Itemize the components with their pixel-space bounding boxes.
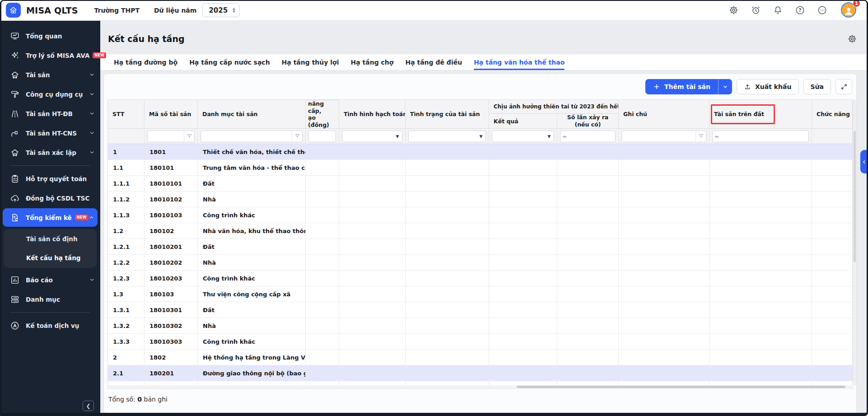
filter-so-lan-xay-ra[interactable]: = [560, 131, 616, 142]
more-options-icon[interactable] [817, 5, 827, 15]
year-spinner[interactable]: 2025 ▲▼ [202, 3, 239, 17]
sidebar-item-tro-ly-misa-ava[interactable]: Trợ lý số MISA AVANEW [0, 46, 100, 65]
filter-input-danh-muc-tai-san[interactable] [201, 131, 292, 142]
cell-danh-muc-tai-san: Trung tâm văn hóa - thể thao cấp xã [198, 160, 306, 175]
export-button[interactable]: Xuất khẩu [737, 79, 798, 94]
table-row-1.1.1[interactable]: 1.1.118010101Đất [108, 176, 852, 192]
column-header-tinh-trang-cua-tai-san[interactable]: Tình trạng của tài sản [406, 100, 489, 128]
sidebar-item-tong-quan[interactable]: Tổng quan [0, 26, 100, 46]
cell-tinh-hinh-hach-toan [339, 176, 406, 191]
tab-ha-tang-thuy-loi[interactable]: Hạ tầng thủy lợi [282, 54, 339, 70]
sidebar-subitem-tai-san-co-dinh[interactable]: Tài sản cố định [4, 229, 97, 248]
page-settings-gear-icon[interactable] [847, 34, 857, 44]
dropdown-caret-icon[interactable]: ▼ [393, 134, 402, 139]
column-header-ghi-chu[interactable]: Ghi chú [619, 100, 709, 128]
edit-button[interactable]: Sửa [803, 79, 831, 94]
table-row-1.2[interactable]: 1.2180102Nhà văn hóa, khu thể thao thôn … [108, 223, 852, 239]
cell-tinh-hinh-hach-toan [339, 350, 406, 365]
report-icon [10, 275, 20, 285]
dropdown-caret-icon[interactable]: ▼ [545, 134, 554, 139]
table-row-1.3.1[interactable]: 1.3.118010301Đất [108, 302, 852, 318]
filter-ghi-chu[interactable] [621, 131, 706, 142]
bell-icon[interactable] [773, 5, 783, 15]
table-row-2[interactable]: 21802Hệ thống hạ tầng trong Làng Văn hóa… [108, 350, 852, 365]
table-row-1.3[interactable]: 1.3180103Thư viện công cộng cấp xã [108, 286, 852, 302]
column-header-tinh-hinh-hach-toan[interactable]: Tình hình hạch toán [339, 100, 406, 128]
table-row-1.1[interactable]: 1.1180101Trung tâm văn hóa - thể thao cấ… [108, 160, 852, 176]
column-header-nang-cap-cai-tao[interactable]: nâng cấp, ạo (đồng) [306, 100, 339, 128]
user-avatar[interactable]: 1 [841, 2, 857, 19]
dropdown-caret-icon[interactable]: ▼ [476, 134, 485, 139]
column-header-chuc-nang[interactable]: Chức năng [812, 100, 853, 128]
filter-danh-muc-tai-san[interactable] [201, 131, 303, 142]
vertical-scrollbar-thumb[interactable] [854, 131, 856, 262]
sidebar-item-tai-san-ht-db[interactable]: Tài sản HT-ĐB [0, 104, 100, 123]
sidebar-item-ho-tro-quyet-toan[interactable]: Hỗ trợ quyết toán [0, 169, 100, 188]
column-header-tai-san-tren-dat[interactable]: Tài sản trên đất [709, 100, 812, 128]
table-row-1.2.3[interactable]: 1.2.318010203Công trình khác [108, 271, 852, 286]
column-header-stt[interactable]: STT [108, 100, 145, 128]
sidebar-item-cong-cu-dung-cu[interactable]: Công cụ dụng cụ [0, 84, 100, 104]
sidebar-item-danh-muc[interactable]: Danh mục [0, 290, 100, 309]
right-panel-toggle[interactable] [860, 150, 868, 173]
funnel-filter-icon[interactable] [695, 131, 706, 142]
chevron-down-icon [89, 72, 95, 78]
cell-so-lan-xay-ra [557, 207, 619, 223]
table-row-1[interactable]: 11801Thiết chế văn hóa, thiết chế thể th… [108, 144, 852, 160]
filter-tinh-trang-cua-tai-san[interactable]: ▼ [408, 131, 486, 142]
filter-tinh-hinh-hach-toan[interactable]: ▼ [342, 131, 402, 142]
tab-ha-tang-cho[interactable]: Hạ tầng chợ [351, 54, 394, 70]
sidebar-item-tai-san-xac-lap[interactable]: Tài sản xác lập [0, 143, 100, 162]
filter-tai-san-tren-dat[interactable]: = [712, 131, 809, 142]
sidebar-item-tai-san-ht-cns[interactable]: Tài sản HT-CNS [0, 123, 100, 143]
sidebar-item-tong-kiem-ke[interactable]: Tổng kiểm kêNEW [3, 208, 98, 227]
sidebar-item-bao-cao[interactable]: Báo cáo [0, 270, 100, 290]
sidebar-item-dong-bo-csdl-tsc[interactable]: Đồng bộ CSDL TSC [0, 188, 100, 208]
alarm-clock-icon[interactable] [751, 5, 761, 15]
filter-ma-so-tai-san[interactable] [147, 131, 195, 142]
year-value[interactable]: 2025 [209, 6, 228, 14]
horizontal-scrollbar[interactable] [107, 385, 853, 389]
filter-nang-cap-cai-tao[interactable] [308, 131, 336, 142]
tab-ha-tang-de-dieu[interactable]: Hạ tầng đê điều [405, 54, 462, 70]
table-row-1.3.2[interactable]: 1.3.218010302Nhà [108, 318, 852, 334]
table-row-1.1.2[interactable]: 1.1.218010102Nhà [108, 192, 852, 207]
sidebar-collapse-button[interactable]: ❮ [83, 401, 94, 411]
column-header-ma-so-tai-san[interactable]: Mã số tài sản [145, 100, 198, 128]
table-row-1.2.1[interactable]: 1.2.118010201Đất [108, 239, 852, 255]
equals-operator[interactable]: = [713, 133, 721, 140]
table-row-1.1.3[interactable]: 1.1.318010103Công trình khác [108, 207, 852, 223]
tab-ha-tang-cap-nuoc-sach[interactable]: Hạ tầng cấp nước sạch [189, 54, 270, 70]
filter-ket-qua[interactable]: ▼ [492, 131, 554, 142]
filter-input-ghi-chu[interactable] [622, 131, 695, 142]
top-bar: MISA QLTS Trường THPT Dữ liệu năm 2025 ▲… [0, 0, 868, 21]
filter-input-ma-so-tai-san[interactable] [148, 131, 184, 142]
app-logo-home-icon[interactable] [6, 3, 21, 18]
add-asset-button[interactable]: Thêm tài sản [645, 79, 718, 94]
add-asset-dropdown-button[interactable] [718, 79, 732, 94]
filter-input-so-lan-xay-ra[interactable] [569, 131, 615, 142]
horizontal-scrollbar-thumb[interactable] [517, 386, 845, 388]
sidebar-item-ke-toan-dich-vu[interactable]: Kế toán dịch vụ [0, 316, 100, 335]
filter-cell-ghi-chu [619, 129, 709, 144]
column-header-danh-muc-tai-san[interactable]: Danh mục tài sản [198, 100, 306, 128]
equals-operator[interactable]: = [560, 133, 569, 140]
table-row-2.1[interactable]: 2.1180201Đường giao thông nội bộ (bao gồ… [108, 365, 852, 381]
table-row-1.3.3[interactable]: 1.3.318010303Công trình khác [108, 334, 852, 350]
tab-ha-tang-duong-bo[interactable]: Hạ tầng đường bộ [114, 54, 177, 70]
year-stepper-arrows[interactable]: ▲▼ [233, 7, 235, 14]
funnel-filter-icon[interactable] [292, 131, 302, 142]
sidebar-subitem-ket-cau-ha-tang[interactable]: Kết cấu hạ tầng [4, 248, 97, 267]
funnel-filter-icon[interactable] [184, 131, 194, 142]
table-row-1.2.2[interactable]: 1.2.218010202Nhà [108, 255, 852, 271]
gear-icon[interactable] [728, 5, 739, 15]
sidebar-item-tai-san[interactable]: Tài sản [0, 65, 100, 84]
column-header-so-lan-xay-ra[interactable]: Số lần xảy ra (nếu có) [557, 114, 619, 128]
tab-ha-tang-van-hoa-the-thao[interactable]: Hạ tầng văn hóa thể thao [474, 54, 565, 70]
vertical-scrollbar[interactable] [853, 99, 856, 385]
help-icon[interactable]: ? [795, 5, 805, 15]
column-header-ket-qua[interactable]: Kết quả [489, 114, 557, 128]
filter-input-nang-cap-cai-tao[interactable] [309, 131, 336, 142]
filter-input-tai-san-tren-dat[interactable] [721, 131, 808, 142]
expand-fullscreen-button[interactable] [835, 79, 852, 94]
